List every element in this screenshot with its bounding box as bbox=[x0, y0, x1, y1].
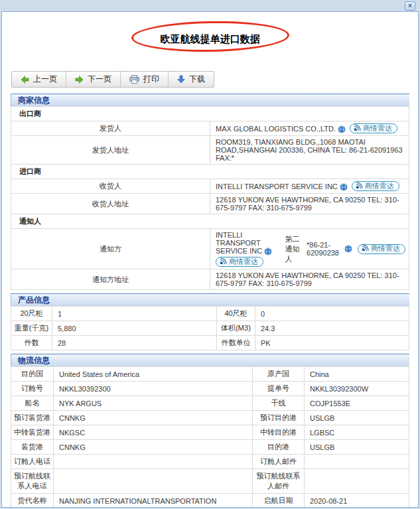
field-value: NKKL30392300 bbox=[54, 382, 253, 396]
shipper-address-value: ROOM319, TIANXIANG BLDG.,1068 MAOTAI ROA… bbox=[210, 136, 409, 165]
field-label: 体积(M3) bbox=[217, 321, 255, 336]
importer-subheader: 进口商 bbox=[11, 165, 409, 179]
field-value: NKGSC bbox=[54, 425, 253, 440]
field-label: 件数单位 bbox=[217, 336, 255, 350]
field-label: 原产国 bbox=[253, 367, 305, 382]
table-row: 发货人地址 ROOM319, TIANXIANG BLDG.,1068 MAOT… bbox=[11, 136, 409, 165]
table-row: 收货人 INTELLI TRANSPORT SERVICE INC 商情雷达 bbox=[11, 179, 409, 194]
notify-address-value: 12618 YUKON AVE HAWTHORNE, CA 90250 TEL:… bbox=[210, 269, 409, 290]
next-page-button[interactable]: 下一页 bbox=[66, 72, 121, 87]
consignee-value-cell: INTELLI TRANSPORT SERVICE INC 商情雷达 bbox=[210, 179, 409, 194]
table-row: 发货人 MAX GLOBAL LOGISTICS CO.,LTD. 商情雷达 bbox=[11, 121, 409, 136]
field-label: 订舱人电话 bbox=[11, 455, 54, 469]
table-row: 预订装货港 CNNKG 预订目的港 USLGB bbox=[11, 411, 409, 425]
radar-icon bbox=[220, 257, 227, 266]
shipper-address-label: 发货人地址 bbox=[11, 136, 210, 165]
radar-icon bbox=[356, 182, 363, 190]
field-label: 预订装货港 bbox=[11, 411, 54, 425]
shipper-value: MAX GLOBAL LOGISTICS CO.,LTD. bbox=[216, 125, 336, 133]
field-label: 启航日期 bbox=[253, 494, 305, 508]
field-value: PK bbox=[255, 336, 409, 350]
download-button[interactable]: 下载 bbox=[169, 72, 214, 87]
table-row: 中转装货港 NKGSC 中转目的港 LGBSC bbox=[11, 425, 409, 440]
field-label: 目的国 bbox=[11, 367, 54, 382]
field-label: 中转装货港 bbox=[11, 425, 54, 440]
download-label: 下载 bbox=[189, 74, 205, 85]
business-radar-badge[interactable]: 商情雷达 bbox=[352, 181, 399, 191]
field-value: 0 bbox=[255, 307, 409, 321]
notify-label: 通知方 bbox=[11, 229, 210, 269]
field-label: 订舱号 bbox=[11, 382, 54, 396]
notify-address-label: 通知方地址 bbox=[11, 269, 210, 290]
globe-icon[interactable] bbox=[264, 248, 272, 255]
section-header-logistics: 物流信息 bbox=[11, 354, 409, 366]
notify-value-cell: INTELLI TRANSPORT SERVICE INC 商情雷达 第二通知人… bbox=[210, 229, 409, 269]
table-row: 通知方 INTELLI TRANSPORT SERVICE INC 商情雷达 bbox=[11, 229, 409, 269]
close-icon[interactable]: × bbox=[405, 1, 415, 11]
business-radar-badge[interactable]: 商情雷达 bbox=[350, 123, 397, 133]
notify-value: INTELLI TRANSPORT SERVICE INC bbox=[216, 231, 262, 255]
field-value: 1 bbox=[52, 307, 217, 321]
field-label: 件数 bbox=[11, 336, 52, 350]
section-header-product: 产品信息 bbox=[11, 293, 409, 306]
field-value: 2020-08-21 bbox=[305, 494, 409, 508]
arrow-left-icon bbox=[21, 76, 29, 84]
globe-icon[interactable] bbox=[340, 183, 348, 191]
field-label: 货代名称 bbox=[11, 494, 54, 508]
consignee-address-label: 收货人地址 bbox=[11, 194, 210, 214]
field-value: NANJING INTERNATIONALTRANSPORTATION bbox=[54, 494, 253, 508]
globe-icon[interactable] bbox=[338, 125, 346, 133]
window-titlebar: × bbox=[0, 0, 420, 11]
consignee-label: 收货人 bbox=[11, 179, 210, 194]
field-label: 预订航线联系人邮件 bbox=[253, 469, 305, 494]
arrow-down-icon bbox=[177, 75, 185, 84]
field-value: USLGB bbox=[305, 440, 409, 455]
field-value: NKKL30392300W bbox=[305, 382, 409, 396]
toolbar: 上一页 下一页 打印 下载 bbox=[11, 71, 214, 88]
field-value: LGBSC bbox=[305, 425, 409, 440]
field-value bbox=[305, 455, 409, 469]
arrow-right-icon bbox=[75, 76, 84, 84]
second-notify-party: 第二通知人 *86-21-62090238 商情雷达 bbox=[285, 234, 405, 264]
globe-icon[interactable] bbox=[344, 245, 352, 253]
exporter-subheader: 出口商 bbox=[11, 107, 409, 121]
field-label: 干线 bbox=[253, 396, 305, 411]
field-value: CNNKG bbox=[54, 440, 253, 455]
field-label: 预订目的港 bbox=[253, 411, 305, 425]
radar-icon bbox=[362, 244, 369, 253]
field-value: COJP1553E bbox=[305, 396, 409, 411]
table-row: 出口商 bbox=[11, 107, 409, 121]
shipper-label: 发货人 bbox=[11, 121, 210, 136]
table-row: 通知方地址 12618 YUKON AVE HAWTHORNE, CA 9025… bbox=[11, 269, 409, 290]
table-row: 装货港 CNNKG 目的港 USLGB bbox=[11, 440, 409, 455]
field-value: United States of America bbox=[54, 367, 253, 382]
consignee-value: INTELLI TRANSPORT SERVICE INC bbox=[216, 182, 338, 190]
field-label: 40尺柜 bbox=[217, 307, 255, 321]
table-row: 收货人地址 12618 YUKON AVE HAWTHORNE, CA 9025… bbox=[11, 194, 409, 214]
business-radar-label: 商情雷达 bbox=[229, 257, 258, 267]
table-row: 预订航线联系人电话 预订航线联系人邮件 bbox=[11, 469, 409, 494]
field-value bbox=[54, 455, 253, 469]
table-row: 目的国 United States of America 原产国 China bbox=[11, 367, 409, 382]
field-value: USLGB bbox=[305, 411, 409, 425]
field-value bbox=[54, 469, 253, 494]
table-row: 船名 NYK ARGUS 干线 COJP1553E bbox=[11, 396, 409, 411]
consignee-address-value: 12618 YUKON AVE HAWTHORNE, CA 90250 TEL:… bbox=[210, 194, 409, 214]
table-row: 重量(千克) 5,880 体积(M3) 24.3 bbox=[11, 321, 409, 336]
logistics-table: 目的国 United States of America 原产国 China 订… bbox=[11, 366, 409, 508]
print-button[interactable]: 打印 bbox=[121, 72, 169, 87]
second-notify-value: *86-21-62090238 bbox=[307, 241, 339, 257]
field-label: 装货港 bbox=[11, 440, 54, 455]
business-radar-badge[interactable]: 商情雷达 bbox=[358, 244, 405, 254]
field-label: 订舱人邮件 bbox=[253, 455, 305, 469]
title-area: 欧亚航线提单进口数据 bbox=[2, 12, 418, 62]
table-row: 件数 28 件数单位 PK bbox=[11, 336, 409, 350]
table-row: 货代名称 NANJING INTERNATIONALTRANSPORTATION… bbox=[11, 494, 409, 508]
field-value bbox=[305, 469, 409, 494]
notify-subheader: 通知人 bbox=[11, 214, 409, 229]
field-value: 5,880 bbox=[52, 321, 217, 336]
next-page-label: 下一页 bbox=[88, 74, 111, 85]
business-radar-label: 商情雷达 bbox=[365, 181, 394, 191]
business-radar-badge[interactable]: 商情雷达 bbox=[216, 257, 263, 267]
prev-page-button[interactable]: 上一页 bbox=[12, 72, 66, 87]
